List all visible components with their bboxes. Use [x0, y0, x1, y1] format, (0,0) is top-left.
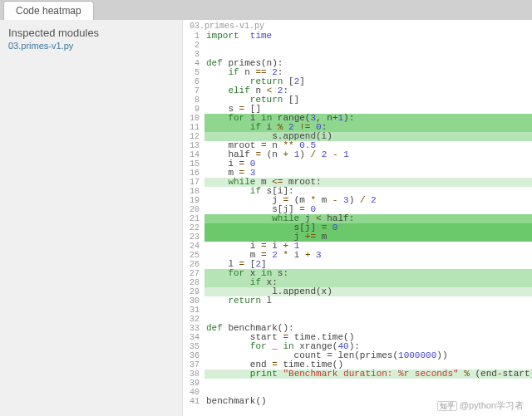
main-layout: Inspected modules 03.primes-v1.py 03.pri…: [0, 20, 532, 416]
line-number: 1: [183, 32, 204, 41]
line-number: 28: [183, 278, 204, 287]
line-number: 31: [183, 306, 204, 315]
code-lines: 1import time234def primes(n):5 if n == 2…: [183, 32, 532, 406]
line-number: 19: [183, 196, 204, 205]
module-link[interactable]: 03.primes-v1.py: [8, 41, 174, 51]
code-line[interactable]: 30 return l: [183, 296, 532, 306]
line-number: 12: [183, 132, 204, 141]
line-number: 26: [183, 260, 204, 269]
line-number: 14: [183, 150, 204, 159]
code-content: import time: [204, 32, 532, 41]
tab-bar: Code heatmap: [0, 0, 532, 20]
line-number: 4: [183, 59, 204, 68]
line-number: 23: [183, 232, 204, 242]
code-content: return l: [204, 296, 532, 306]
line-number: 24: [183, 242, 204, 251]
sidebar: Inspected modules 03.primes-v1.py: [0, 20, 183, 416]
line-number: 36: [183, 351, 204, 360]
code-line[interactable]: 39: [183, 379, 532, 388]
code-content: print "Benchmark duration: %r seconds" %…: [204, 370, 532, 379]
line-number: 15: [183, 159, 204, 169]
line-number: 11: [183, 123, 204, 132]
line-number: 13: [183, 141, 204, 150]
line-number: 25: [183, 251, 204, 260]
line-number: 34: [183, 333, 204, 342]
line-number: 30: [183, 296, 204, 306]
line-number: 37: [183, 360, 204, 370]
line-number: 3: [183, 50, 204, 59]
code-line[interactable]: 31: [183, 306, 532, 315]
code-line[interactable]: 38 print "Benchmark duration: %r seconds…: [183, 370, 532, 379]
line-number: 5: [183, 68, 204, 77]
line-number: 20: [183, 205, 204, 214]
code-line[interactable]: 1import time: [183, 32, 532, 41]
line-number: 21: [183, 214, 204, 223]
line-number: 32: [183, 315, 204, 324]
line-number: 39: [183, 379, 204, 388]
line-number: 17: [183, 178, 204, 187]
sidebar-title: Inspected modules: [8, 27, 174, 39]
line-number: 33: [183, 324, 204, 333]
code-line[interactable]: 41benchmark(): [183, 397, 532, 406]
editor-filename: 03.primes-v1.py: [183, 22, 532, 31]
line-number: 35: [183, 342, 204, 351]
code-line[interactable]: 2: [183, 41, 532, 50]
code-content: benchmark(): [204, 397, 532, 406]
line-number: 27: [183, 269, 204, 278]
line-number: 22: [183, 223, 204, 232]
line-number: 16: [183, 169, 204, 178]
code-editor[interactable]: 03.primes-v1.py 1import time234def prime…: [183, 20, 532, 416]
line-number: 29: [183, 287, 204, 296]
line-number: 8: [183, 95, 204, 105]
line-number: 2: [183, 41, 204, 50]
line-number: 6: [183, 77, 204, 86]
line-number: 9: [183, 105, 204, 114]
line-number: 38: [183, 370, 204, 379]
tab-label: Code heatmap: [16, 5, 81, 17]
line-number: 10: [183, 114, 204, 123]
line-number: 7: [183, 86, 204, 95]
tab-code-heatmap[interactable]: Code heatmap: [3, 1, 94, 20]
line-number: 41: [183, 397, 204, 406]
line-number: 40: [183, 388, 204, 397]
line-number: 18: [183, 187, 204, 196]
